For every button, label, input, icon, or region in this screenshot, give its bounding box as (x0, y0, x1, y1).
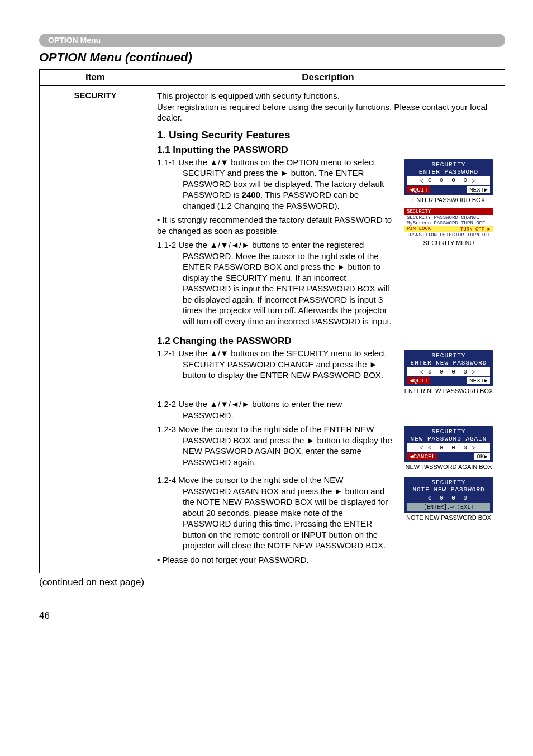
section-1-title: 1. Using Security Features (157, 129, 499, 141)
item-cell: SECURITY (40, 86, 151, 573)
col-item: Item (40, 70, 151, 86)
menu-title: SECURITY (404, 208, 493, 215)
osd-cancel: ◀CANCEL (407, 453, 437, 460)
menu-row-2: MyScreen PASSWORD TURN OFF (404, 221, 493, 226)
osd-digits: 0 0 0 0 (407, 494, 490, 502)
caption-again: NEW PASSWORD AGAIN BOX (398, 463, 499, 470)
caption-enter-pw: ENTER PASSWORD BOX (398, 197, 499, 203)
caption-note: NOTE NEW PASSWORD BOX (398, 514, 499, 521)
osd-subtitle: NEW PASSWORD AGAIN (407, 436, 490, 442)
osd-exit: [ENTER],↩ :EXIT (407, 503, 490, 511)
osd-subtitle: NOTE NEW PASSWORD (407, 486, 490, 493)
caption-enter-new: ENTER NEW PASSWORD BOX (398, 387, 499, 394)
section-1-1-title: 1.1 Inputting the PASSWORD (157, 145, 499, 156)
osd-quit: ◀QUIT (407, 186, 430, 193)
osd-subtitle: ENTER NEW PASSWORD (407, 360, 490, 366)
p-1-1-1b: 2400 (242, 190, 260, 199)
osd-quit: ◀QUIT (407, 377, 430, 384)
osd-title: SECURITY (407, 428, 490, 435)
continued-note: (continued on next page) (39, 577, 505, 588)
osd-subtitle: ENTER PASSWORD (407, 169, 490, 175)
intro-text: This projector is equipped with security… (157, 90, 499, 123)
osd-title: SECURITY (407, 161, 490, 168)
osd-enter-password: SECURITY ENTER PASSWORD ◁0 0 0 0▷ ◀QUITN… (404, 159, 493, 195)
menu-row-3: PIN LOCKTURN OFF ▶ (404, 226, 493, 232)
section-1-2-title: 1.2 Changing the PASSWORD (157, 336, 499, 347)
header-bar: OPTION Menu (39, 34, 505, 47)
caption-sec-menu: SECURITY MENU (398, 240, 499, 246)
osd-enter-new: SECURITY ENTER NEW PASSWORD ◁0 0 0 0▷ ◀Q… (404, 350, 493, 386)
osd-ok: OK▶ (474, 453, 490, 460)
p-1-1-note: • It is strongly recommended the factory… (157, 214, 393, 236)
osd-title: SECURITY (407, 352, 490, 359)
menu-row-4: TRANSITION DETECTOR TURN OFF (404, 232, 493, 238)
osd-title: SECURITY (407, 479, 490, 486)
osd-security-menu: SECURITY SECURITY PASSWORD CHANGE MyScre… (404, 208, 493, 238)
osd-digits: ◁0 0 0 0▷ (407, 443, 490, 452)
osd-next: NEXT▶ (467, 186, 490, 193)
header-label: OPTION Menu (48, 36, 101, 45)
col-desc: Description (151, 70, 505, 86)
p-1-2-3: 1.2-3 Move the cursor to the right side … (157, 424, 393, 467)
p-1-2-1: 1.2-1 Use the ▲/▼ buttons on the SECURIT… (157, 348, 393, 381)
p-1-1-1: 1.1-1 Use the ▲/▼ buttons on the OPTION … (157, 157, 393, 212)
p-1-2-4: 1.2-4 Move the cursor to the right side … (157, 475, 393, 551)
p-1-2-2: 1.2-2 Use the ▲/▼/◄/► buttons to enter t… (157, 399, 393, 420)
osd-digits: ◁0 0 0 0▷ (407, 176, 490, 185)
option-table: Item Description SECURITY This projector… (39, 69, 505, 573)
p-1-2-note: • Please do not forget your PASSWORD. (157, 554, 393, 566)
osd-next: NEXT▶ (467, 377, 490, 384)
menu-row-1: SECURITY PASSWORD CHANGE (404, 215, 493, 221)
page-title: OPTION Menu (continued) (39, 50, 505, 65)
osd-digits: ◁0 0 0 0▷ (407, 367, 490, 376)
p-1-1-2: 1.1-2 Use the ▲/▼/◄/► buttons to enter t… (157, 240, 393, 327)
desc-cell: This projector is equipped with security… (151, 86, 505, 573)
osd-note: SECURITY NOTE NEW PASSWORD 0 0 0 0 [ENTE… (404, 477, 493, 513)
page-number: 46 (39, 610, 505, 621)
osd-again: SECURITY NEW PASSWORD AGAIN ◁0 0 0 0▷ ◀C… (404, 426, 493, 462)
